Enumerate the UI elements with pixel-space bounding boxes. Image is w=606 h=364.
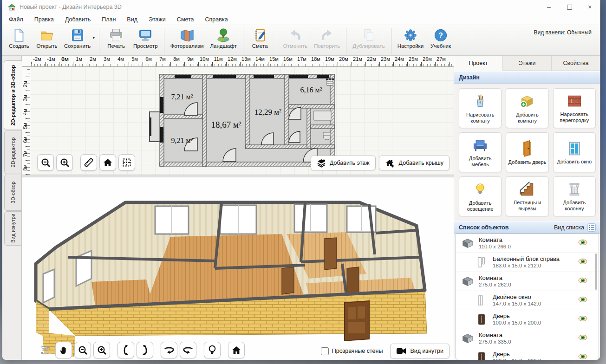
- window-object-icon: [476, 294, 487, 306]
- tab-label: 2D-редактор и 3D-обзор: [10, 65, 16, 125]
- ruler-label: 3м: [22, 92, 28, 104]
- toolbar-separator: [164, 28, 164, 54]
- object-dims: 100.0 x 15.0 x 200.0: [493, 358, 541, 360]
- home-3d-button[interactable]: [228, 342, 245, 358]
- zoom-out-3d-button[interactable]: [74, 342, 91, 358]
- visibility-eye-icon[interactable]: [578, 239, 587, 247]
- tutorial-button[interactable]: ? Учебник: [427, 26, 455, 50]
- add-room-button[interactable]: Добавить комнату: [506, 88, 548, 128]
- object-list-scrollbar[interactable]: [595, 254, 597, 290]
- transparent-walls-toggle[interactable]: Прозрачные стены: [321, 347, 383, 355]
- pan-button[interactable]: [55, 342, 72, 358]
- object-row-double-window[interactable]: Двойное окно 147.0 x 15.0 x 142.0: [456, 291, 599, 310]
- ruler-label: 23м: [381, 56, 390, 62]
- menu-plan[interactable]: План: [102, 16, 116, 23]
- visibility-eye-icon[interactable]: [578, 353, 587, 360]
- stairs-cutouts-button[interactable]: Лестницы и вырезы: [506, 176, 548, 216]
- tab-inside-view[interactable]: Вид изнутри: [4, 211, 21, 246]
- photorealism-button[interactable]: Фотореализм: [167, 26, 207, 50]
- column-icon: [566, 181, 583, 198]
- view-3d-right-controls: Прозрачные стены Вид изнутри: [321, 344, 450, 358]
- visibility-eye-icon[interactable]: [578, 277, 587, 286]
- add-roof-button[interactable]: Добавить крышу: [379, 156, 450, 170]
- measure-button[interactable]: [80, 154, 97, 171]
- ruler-label: 4м: [117, 56, 124, 62]
- tab-floors[interactable]: Этажи: [503, 56, 552, 71]
- print-button[interactable]: Печать: [102, 26, 130, 50]
- preview-button[interactable]: Просмотр: [130, 26, 161, 50]
- inside-view-button[interactable]: Вид изнутри: [390, 344, 450, 358]
- object-row-door[interactable]: Дверь 100.0 x 15.0 x 200.0: [456, 310, 599, 329]
- object-row-room[interactable]: Комната 110.0 x 266.0: [456, 234, 599, 253]
- visibility-eye-icon[interactable]: [578, 315, 587, 324]
- rotate-left-button[interactable]: [161, 342, 177, 358]
- card-label: Добавить колонну: [554, 200, 594, 212]
- menu-help[interactable]: Справка: [205, 16, 228, 23]
- estimate-button[interactable]: Смета: [246, 26, 274, 50]
- panel-view-link[interactable]: Обычный: [567, 29, 592, 36]
- add-column-button[interactable]: Добавить колонну: [553, 176, 596, 216]
- zoom-out-button[interactable]: [37, 154, 54, 171]
- tab-properties[interactable]: Свойства: [552, 56, 600, 71]
- add-furniture-button[interactable]: Добавить мебель: [459, 132, 502, 172]
- rotate-down-button[interactable]: [137, 342, 153, 358]
- view-3d-viewport[interactable]: 360: [22, 177, 454, 360]
- tab-3d-view[interactable]: 3D-обзор: [4, 175, 21, 211]
- add-floor-button[interactable]: Добавить этаж: [311, 156, 376, 170]
- visibility-eye-icon[interactable]: [578, 334, 587, 343]
- settings-button[interactable]: Настройки: [394, 26, 427, 50]
- object-row-room[interactable]: Комната 275.0 x 262.0: [456, 272, 599, 291]
- menu-add[interactable]: Добавить: [65, 16, 91, 23]
- zoom-in-3d-button[interactable]: [93, 342, 110, 358]
- floor-plan-2d[interactable]: 7,21 м² 18,67 м² 12,29 м² 6,16 м² 9,21 м…: [149, 73, 339, 168]
- add-door-button[interactable]: Добавить дверь: [506, 132, 548, 172]
- svg-text:?: ?: [438, 32, 443, 39]
- ruler-label: 20м: [339, 56, 348, 62]
- plan-grid-icon[interactable]: [326, 78, 334, 86]
- add-window-button[interactable]: Добавить окно: [553, 132, 596, 172]
- object-row-room[interactable]: Комната 275.0 x 335.0: [456, 329, 599, 348]
- close-button[interactable]: ×: [580, 0, 600, 14]
- rotate-right-button[interactable]: [180, 342, 196, 358]
- tab-2d-editor[interactable]: 2D-редактор: [4, 130, 21, 174]
- save-dropdown-arrow[interactable]: ▼: [92, 36, 95, 39]
- create-button[interactable]: Создать: [5, 26, 33, 50]
- rotate-up-button[interactable]: [117, 342, 134, 358]
- list-view-icon[interactable]: [587, 223, 596, 232]
- grid-toggle-button[interactable]: [118, 154, 135, 171]
- title-bar: Новый проект - Дизайн Интерьера 3D – ×: [2, 0, 600, 14]
- zoom-in-button[interactable]: [56, 154, 73, 171]
- open-button[interactable]: Открыть: [33, 26, 61, 50]
- object-name: Двойное окно: [493, 293, 541, 301]
- draw-room-button[interactable]: Нарисовать комнату: [459, 88, 502, 128]
- stairs-icon: [518, 181, 536, 198]
- visibility-eye-icon[interactable]: [578, 258, 587, 266]
- view-3d-scene[interactable]: [22, 177, 454, 360]
- window-title: Новый проект - Дизайн Интерьера 3D: [20, 4, 122, 10]
- object-row-door[interactable]: Дверь 100.0 x 15.0 x 200.0: [456, 348, 599, 360]
- menu-edit[interactable]: Правка: [34, 16, 54, 23]
- design-header-label: Дизайн: [459, 74, 480, 81]
- ruler-label: 14м: [255, 56, 265, 62]
- draw-partition-button[interactable]: Нарисовать перегородку: [553, 88, 596, 128]
- visibility-eye-icon[interactable]: [578, 296, 587, 305]
- minimize-button[interactable]: –: [539, 0, 559, 14]
- checkbox-icon: [321, 347, 329, 355]
- menu-file[interactable]: Файл: [9, 16, 23, 23]
- menu-floors[interactable]: Этажи: [149, 16, 166, 23]
- landscape-button[interactable]: Ландшафт: [207, 26, 240, 50]
- tab-project[interactable]: Проект: [454, 56, 503, 71]
- add-lighting-button[interactable]: Добавить освещение: [459, 176, 502, 216]
- save-button[interactable]: Сохранить: [61, 26, 94, 50]
- app-window: Новый проект - Дизайн Интерьера 3D – × Ф…: [2, 0, 600, 360]
- view-2d-canvas[interactable]: -2м-1м0м1м2м3м4м5м6м7м8м9м10м11м12м13м14…: [22, 56, 454, 175]
- brick-wall-icon: [566, 93, 583, 110]
- maximize-button[interactable]: [559, 0, 580, 14]
- menu-view[interactable]: Вид: [127, 16, 137, 23]
- lighting-toggle-button[interactable]: [204, 342, 221, 358]
- object-row-balcony-block[interactable]: Балконный блок справа 183.0 x 15.0 x 212…: [456, 253, 599, 272]
- menu-estimate[interactable]: Смета: [177, 16, 194, 23]
- main-toolbar: Создать Открыть Сохранить ▼: [2, 25, 600, 56]
- home-view-button[interactable]: [99, 154, 116, 171]
- tab-2d-and-3d[interactable]: 2D-редактор и 3D-обзор: [4, 60, 22, 130]
